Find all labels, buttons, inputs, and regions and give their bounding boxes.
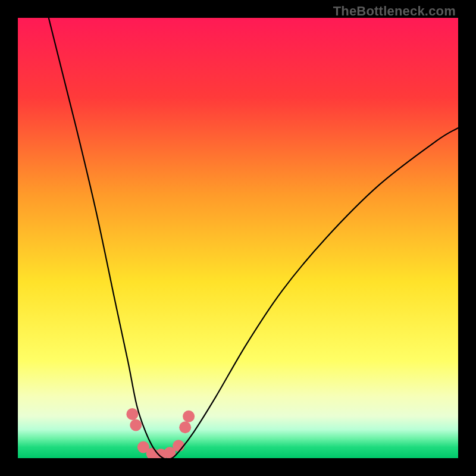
chart-frame	[18, 18, 458, 458]
marker-dot	[179, 421, 191, 433]
marker-dot	[173, 440, 184, 452]
plot-area	[18, 18, 458, 458]
marker-dot	[126, 408, 138, 420]
bottleneck-curve	[49, 18, 458, 458]
curve-layer	[18, 18, 458, 458]
marker-dot	[183, 411, 195, 422]
markers-group	[126, 408, 195, 458]
marker-dot	[130, 419, 142, 431]
watermark-text: TheBottleneck.com	[333, 4, 456, 19]
